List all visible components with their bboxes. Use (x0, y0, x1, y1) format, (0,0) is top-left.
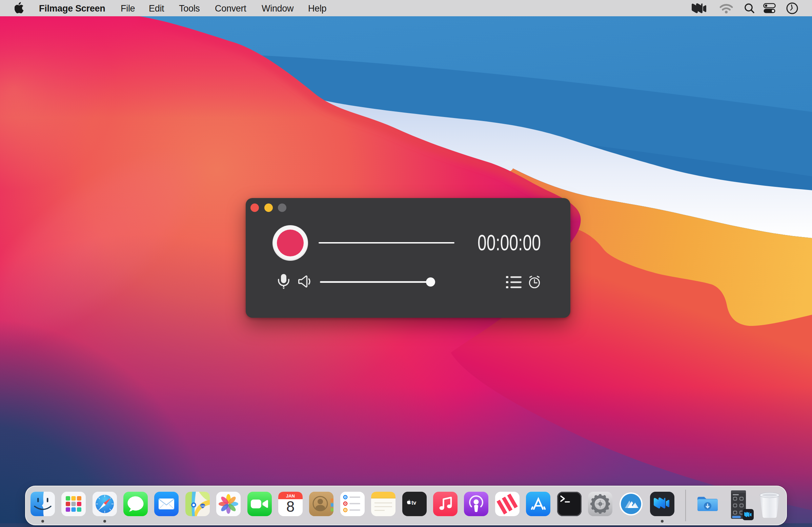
svg-text:tv: tv (411, 500, 416, 505)
svg-text:8: 8 (286, 498, 294, 515)
svg-text:280: 280 (200, 504, 205, 508)
svg-text:JAN: JAN (286, 494, 295, 499)
